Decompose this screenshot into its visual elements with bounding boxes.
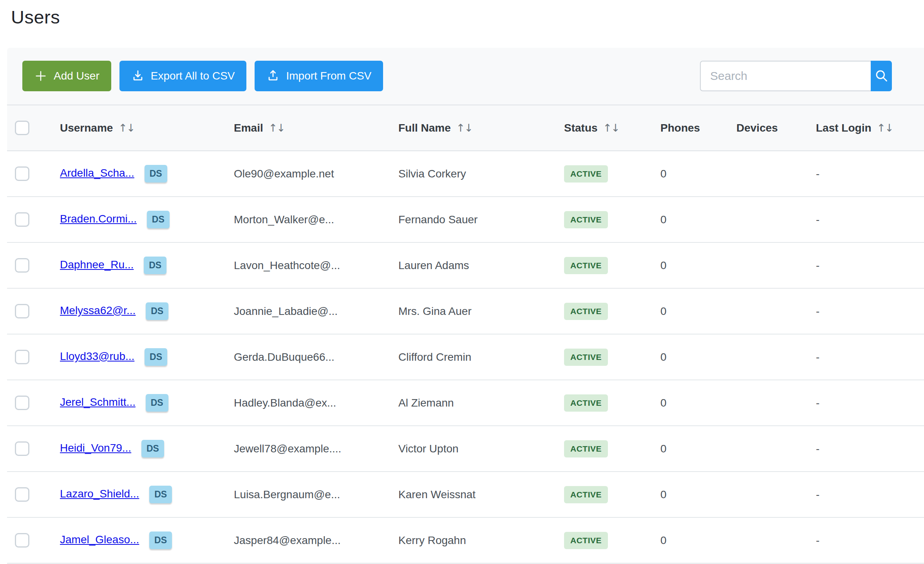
sort-icon[interactable]: ↑↓ bbox=[269, 122, 285, 134]
phones-cell: 0 bbox=[653, 288, 729, 334]
status-cell: ACTIVE bbox=[556, 426, 653, 472]
email-cell: Jewell78@example.... bbox=[226, 426, 391, 472]
full-name-cell: Victor Upton bbox=[391, 426, 556, 472]
email-cell: Lavon_Heathcote@... bbox=[226, 242, 391, 288]
username-link[interactable]: Heidi_Von79... bbox=[60, 442, 131, 454]
username-link[interactable]: Lloyd33@rub... bbox=[60, 350, 134, 362]
full-name-cell: Mrs. Gina Auer bbox=[391, 288, 556, 334]
upload-icon bbox=[266, 69, 280, 83]
email-cell: Morton_Walker@e... bbox=[226, 197, 391, 242]
devices-cell bbox=[729, 197, 808, 242]
ds-badge: DS bbox=[144, 257, 166, 274]
row-checkbox[interactable] bbox=[15, 166, 29, 181]
devices-cell bbox=[729, 288, 808, 334]
phones-cell: 0 bbox=[653, 151, 729, 197]
ds-badge: DS bbox=[146, 302, 168, 320]
status-badge: ACTIVE bbox=[564, 486, 608, 503]
select-all-checkbox[interactable] bbox=[15, 121, 29, 135]
last-login-cell: - bbox=[808, 334, 924, 380]
email-cell: Gerda.DuBuque66... bbox=[226, 334, 391, 380]
table-row: Lloyd33@rub... DS Gerda.DuBuque66... Cli… bbox=[7, 334, 924, 380]
username-link[interactable]: Braden.Cormi... bbox=[60, 213, 137, 225]
search-input[interactable] bbox=[700, 61, 871, 91]
last-login-cell: - bbox=[808, 288, 924, 334]
status-badge: ACTIVE bbox=[564, 257, 608, 274]
devices-cell bbox=[729, 517, 808, 563]
full-name-cell: Silvia Corkery bbox=[391, 151, 556, 197]
email-cell: Joannie_Labadie@... bbox=[226, 288, 391, 334]
sort-icon[interactable]: ↑↓ bbox=[603, 122, 619, 134]
full-name-cell: Kerry Rogahn bbox=[391, 517, 556, 563]
full-name-cell: Clifford Cremin bbox=[391, 334, 556, 380]
last-login-cell: - bbox=[808, 517, 924, 563]
phones-cell: 0 bbox=[653, 334, 729, 380]
username-link[interactable]: Jerel_Schmitt... bbox=[60, 396, 136, 408]
devices-cell bbox=[729, 334, 808, 380]
add-user-button[interactable]: Add User bbox=[22, 61, 111, 91]
row-checkbox[interactable] bbox=[15, 212, 29, 227]
table-row: Daphnee_Ru... DS Lavon_Heathcote@... Lau… bbox=[7, 242, 924, 288]
column-header-last-login[interactable]: Last Login↑↓ bbox=[808, 105, 924, 151]
download-icon bbox=[131, 69, 145, 83]
row-checkbox[interactable] bbox=[15, 533, 29, 548]
sort-icon[interactable]: ↑↓ bbox=[118, 122, 134, 134]
table-row: Heidi_Von79... DS Jewell78@example.... V… bbox=[7, 426, 924, 472]
ds-badge: DS bbox=[146, 394, 168, 412]
username-link[interactable]: Lazaro_Shield... bbox=[60, 488, 139, 500]
sort-icon[interactable]: ↑↓ bbox=[456, 122, 472, 134]
full-name-cell: Lauren Adams bbox=[391, 242, 556, 288]
row-checkbox[interactable] bbox=[15, 350, 29, 364]
table-row: Jamel_Gleaso... DS Jasper84@example... K… bbox=[7, 517, 924, 563]
table-row: Braden.Cormi... DS Morton_Walker@e... Fe… bbox=[7, 197, 924, 242]
row-checkbox[interactable] bbox=[15, 487, 29, 502]
last-login-cell: - bbox=[808, 151, 924, 197]
last-login-cell: - bbox=[808, 472, 924, 517]
status-cell: ACTIVE bbox=[556, 380, 653, 426]
ds-badge: DS bbox=[141, 440, 164, 457]
devices-cell bbox=[729, 242, 808, 288]
import-csv-button[interactable]: Import From CSV bbox=[255, 61, 383, 91]
last-login-cell: - bbox=[808, 426, 924, 472]
column-header-full-name[interactable]: Full Name↑↓ bbox=[391, 105, 556, 151]
column-header-phones: Phones bbox=[653, 105, 729, 151]
full-name-cell: Al Ziemann bbox=[391, 380, 556, 426]
username-link[interactable]: Jamel_Gleaso... bbox=[60, 533, 139, 546]
column-header-status[interactable]: Status↑↓ bbox=[556, 105, 653, 151]
ds-badge: DS bbox=[147, 211, 170, 228]
email-cell: Jasper84@example... bbox=[226, 517, 391, 563]
sort-icon[interactable]: ↑↓ bbox=[877, 122, 893, 134]
status-cell: ACTIVE bbox=[556, 242, 653, 288]
search-button[interactable] bbox=[871, 61, 892, 91]
ds-badge: DS bbox=[149, 531, 172, 549]
search-icon bbox=[874, 69, 888, 84]
full-name-cell: Karen Weissnat bbox=[391, 472, 556, 517]
devices-cell bbox=[729, 472, 808, 517]
username-link[interactable]: Daphnee_Ru... bbox=[60, 258, 134, 271]
column-header-username[interactable]: Username↑↓ bbox=[52, 105, 226, 151]
row-checkbox[interactable] bbox=[15, 441, 29, 456]
username-link[interactable]: Ardella_Scha... bbox=[60, 167, 134, 179]
devices-cell bbox=[729, 151, 808, 197]
ds-badge: DS bbox=[145, 348, 167, 366]
phones-cell: 0 bbox=[653, 472, 729, 517]
table-row: Jerel_Schmitt... DS Hadley.Blanda@ex... … bbox=[7, 380, 924, 426]
toolbar: Add User Export All to CSV Import From C… bbox=[7, 48, 924, 105]
add-user-label: Add User bbox=[54, 70, 99, 82]
row-checkbox[interactable] bbox=[15, 396, 29, 410]
status-badge: ACTIVE bbox=[564, 440, 608, 457]
row-checkbox[interactable] bbox=[15, 258, 29, 273]
table-row: Lazaro_Shield... DS Luisa.Bergnaum@e... … bbox=[7, 472, 924, 517]
page-title: Users bbox=[11, 6, 924, 28]
column-header-devices: Devices bbox=[729, 105, 808, 151]
phones-cell: 0 bbox=[653, 197, 729, 242]
status-cell: ACTIVE bbox=[556, 334, 653, 380]
import-csv-label: Import From CSV bbox=[286, 70, 371, 82]
column-header-email[interactable]: Email↑↓ bbox=[226, 105, 391, 151]
username-link[interactable]: Melyssa62@r... bbox=[60, 304, 136, 316]
email-cell: Ole90@example.net bbox=[226, 151, 391, 197]
phones-cell: 0 bbox=[653, 426, 729, 472]
row-checkbox[interactable] bbox=[15, 304, 29, 318]
email-cell: Hadley.Blanda@ex... bbox=[226, 380, 391, 426]
devices-cell bbox=[729, 380, 808, 426]
export-csv-button[interactable]: Export All to CSV bbox=[119, 61, 247, 91]
